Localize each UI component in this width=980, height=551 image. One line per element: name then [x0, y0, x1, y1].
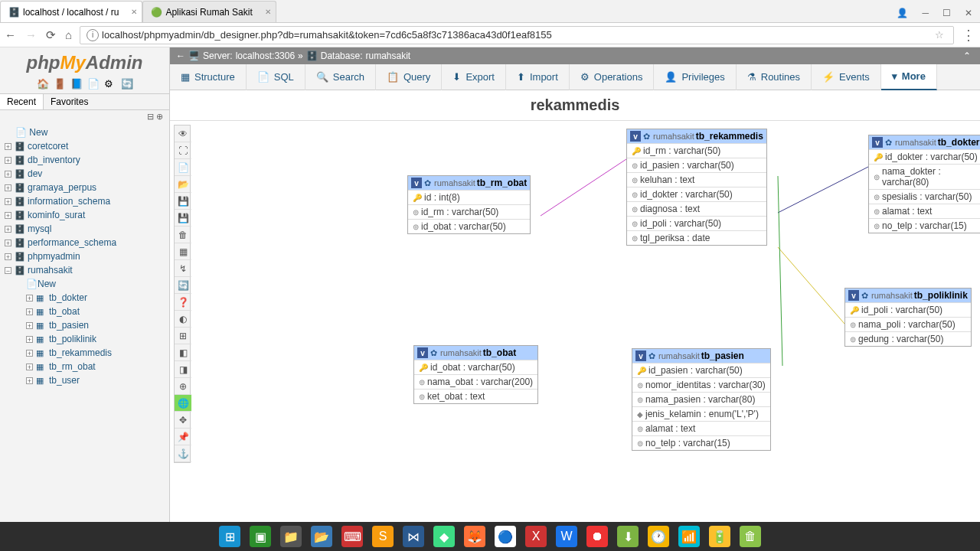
bookmark-icon[interactable]: ☆	[935, 29, 944, 41]
open-page-icon[interactable]: 📂	[175, 176, 191, 193]
gear-icon[interactable]: ✿	[648, 351, 655, 361]
designer-table-tb_rekammedis[interactable]: v✿rumahsakit tb_rekammedis🔑 id_rm : varc…	[626, 129, 767, 246]
vscode-icon[interactable]: ⋈	[403, 526, 424, 547]
table-visibility-icon[interactable]: v	[872, 137, 883, 148]
sidebar-db-kominfo_surat[interactable]: +🗄️kominfo_surat	[5, 208, 169, 222]
toggle-relation-icon[interactable]: ⊕	[175, 378, 191, 395]
expand-icon[interactable]: +	[5, 226, 11, 233]
clock-icon[interactable]: 🕐	[648, 526, 669, 547]
designer-table-tb_rm_obat[interactable]: v✿rumahsakit tb_rm_obat🔑 id : int(8)⊚ id…	[407, 175, 531, 234]
table-visibility-icon[interactable]: v	[417, 347, 428, 358]
table-column[interactable]: ⊚ alamat : text	[632, 421, 770, 435]
sidebar-db-mysql[interactable]: +🗄️mysql	[5, 222, 169, 236]
table-column[interactable]: 🔑 id : int(8)	[408, 190, 530, 204]
table-column[interactable]: ⊚ id_obat : varchar(50)	[408, 219, 530, 233]
tab-routines[interactable]: ⚗Routines	[737, 64, 812, 90]
table-header[interactable]: v✿rumahsakit tb_pasien	[632, 349, 770, 363]
tab-structure[interactable]: ▦Structure	[170, 64, 247, 90]
designer-table-tb_pasien[interactable]: v✿rumahsakit tb_pasien🔑 id_pasien : varc…	[632, 348, 771, 451]
expand-icon[interactable]: +	[5, 143, 11, 150]
pin-icon[interactable]: 📌	[175, 429, 191, 445]
sidebar-db-coretcoret[interactable]: +🗄️coretcoret	[5, 139, 169, 153]
browser-tab-1[interactable]: 🗄️ localhost / localhost / ru ✕	[0, 1, 142, 22]
expand-icon[interactable]: +	[26, 350, 33, 357]
tab-recent[interactable]: Recent	[0, 94, 44, 109]
table-column[interactable]: ⊚ id_pasien : varchar(50)	[627, 158, 766, 172]
table-column[interactable]: ⊚ no_telp : varchar(15)	[632, 435, 770, 450]
designer-table-tb_poliklinik[interactable]: v✿rumahsakit tb_poliklinik🔑 id_poli : va…	[844, 288, 972, 347]
table-column[interactable]: 🔑 id_dokter : varchar(50)	[869, 149, 980, 164]
table-column[interactable]: ⊚ id_dokter : varchar(50)	[627, 187, 766, 201]
sidebar-table-tb_dokter[interactable]: +▦tb_dokter	[26, 291, 169, 305]
gear-icon[interactable]: ✿	[861, 291, 868, 301]
table-column[interactable]: ⊚ nama_poli : varchar(50)	[845, 317, 971, 331]
wifi-icon[interactable]: 📶	[678, 526, 700, 547]
table-visibility-icon[interactable]: v	[630, 131, 641, 142]
tab-sql[interactable]: 📄SQL	[247, 64, 305, 90]
designer-table-tb_obat[interactable]: v✿rumahsakit tb_obat🔑 id_obat : varchar(…	[413, 345, 538, 404]
sidebar-table-tb_user[interactable]: +▦tb_user	[26, 373, 169, 387]
table-column[interactable]: ⊚ alamat : text	[869, 204, 980, 218]
download-icon[interactable]: ⬇	[617, 526, 639, 547]
minimize-icon[interactable]: ─	[922, 8, 929, 18]
expand-icon[interactable]: +	[26, 336, 33, 343]
expand-icon[interactable]: +	[26, 295, 33, 302]
snap-grid-icon[interactable]: ⊞	[175, 328, 191, 344]
table-column[interactable]: ⊚ id_rm : varchar(50)	[408, 204, 530, 219]
table-column[interactable]: ⊚ nama_pasien : varchar(80)	[632, 392, 770, 406]
tab-more[interactable]: ▾More	[881, 64, 937, 90]
table-header[interactable]: v✿rumahsakit tb_dokter	[869, 135, 980, 149]
browser-tab-2[interactable]: 🟢 Aplikasi Rumah Sakit ✕	[142, 1, 276, 22]
expand-icon[interactable]: +	[5, 184, 11, 191]
xampp-icon[interactable]: X	[525, 526, 547, 547]
relation-icon[interactable]: ↯	[175, 260, 191, 277]
sidebar-table-tb_rm_obat[interactable]: +▦tb_rm_obat	[26, 360, 169, 373]
angular-links-icon[interactable]: ◐	[175, 311, 191, 328]
collapse-sidebar-icon[interactable]: ←	[176, 51, 185, 61]
create-table-icon[interactable]: ▦	[175, 243, 191, 260]
terminal2-icon[interactable]: ⌨	[341, 526, 363, 547]
new-table[interactable]: 📄 New	[26, 277, 169, 291]
gear-icon[interactable]: ✿	[885, 138, 892, 148]
sidebar-db-db_inventory[interactable]: +🗄️db_inventory	[5, 153, 169, 167]
table-column[interactable]: ⊚ spesialis : varchar(50)	[869, 189, 980, 204]
expand-icon[interactable]: +	[5, 253, 11, 260]
table-column[interactable]: ⊚ id_poli : varchar(50)	[627, 216, 766, 230]
chrome-icon[interactable]: 🔵	[495, 526, 516, 547]
table-header[interactable]: v✿rumahsakit tb_obat	[414, 346, 537, 360]
expand-icon[interactable]: +	[26, 308, 33, 315]
expand-icon[interactable]: +	[26, 322, 33, 329]
table-header[interactable]: v✿rumahsakit tb_rm_obat	[408, 176, 530, 190]
table-column[interactable]: ⊚ gedung : varchar(50)	[845, 331, 971, 346]
breadcrumb-server[interactable]: localhost:3306	[236, 51, 295, 61]
tab-operations[interactable]: ⚙Operations	[570, 64, 655, 90]
terminal-icon[interactable]: ▣	[250, 526, 271, 547]
settings-icon[interactable]: ⚙	[104, 78, 116, 90]
close-icon[interactable]: ✕	[131, 8, 137, 16]
table-header[interactable]: v✿rumahsakit tb_poliklinik	[845, 289, 971, 302]
battery-icon[interactable]: 🔋	[709, 526, 730, 547]
table-visibility-icon[interactable]: v	[411, 178, 422, 188]
sidebar-table-tb_pasien[interactable]: +▦tb_pasien	[26, 318, 169, 332]
account-icon[interactable]: 👤	[897, 8, 908, 18]
files-icon[interactable]: 📁	[280, 526, 302, 547]
sidebar-db-phpmyadmin[interactable]: +🗄️phpmyadmin	[5, 249, 169, 263]
save-as-icon[interactable]: 💾	[175, 210, 191, 227]
trash-icon[interactable]: 🗑	[740, 526, 761, 547]
tab-favorites[interactable]: Favorites	[44, 94, 95, 109]
table-column[interactable]: ⊚ nama_obat : varchar(200)	[414, 374, 537, 389]
table-visibility-icon[interactable]: v	[635, 350, 646, 361]
gear-icon[interactable]: ✿	[430, 348, 437, 358]
table-column[interactable]: ⊚ ket_obat : text	[414, 389, 537, 403]
toggle-small-icon[interactable]: ◨	[175, 361, 191, 378]
tab-search[interactable]: 🔍Search	[305, 64, 376, 90]
toggle-visibility-icon[interactable]: 👁	[175, 126, 191, 142]
sidebar-db-information_schema[interactable]: +🗄️information_schema	[5, 194, 169, 208]
table-column[interactable]: 🔑 id_pasien : varchar(50)	[632, 363, 770, 377]
collapse-all[interactable]: ⊟ ⊕	[0, 110, 169, 123]
table-column[interactable]: ⊚ keluhan : text	[627, 172, 766, 187]
site-info-icon[interactable]: i	[87, 29, 99, 41]
close-icon[interactable]: ✕	[965, 8, 972, 18]
close-icon[interactable]: ✕	[265, 8, 271, 16]
sidebar-table-tb_poliklinik[interactable]: +▦tb_poliklinik	[26, 332, 169, 346]
